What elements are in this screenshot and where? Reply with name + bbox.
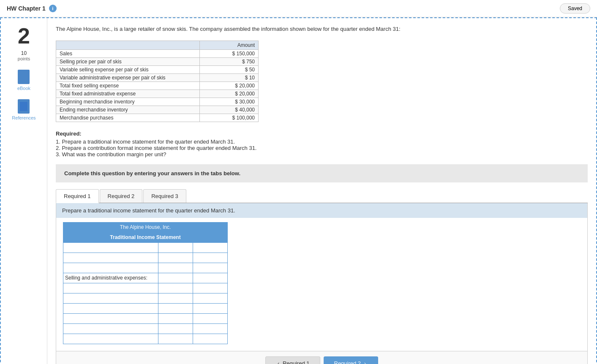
table-row: Sales $ 150,000: [56, 49, 259, 57]
problem-intro: The Alpine House, Inc., is a large retai…: [56, 25, 588, 34]
amount-cell-2: [193, 253, 228, 263]
label-input[interactable]: [65, 285, 156, 291]
amount-input-1[interactable]: [160, 295, 191, 301]
statement-title-header: Traditional Income Statement: [63, 232, 228, 242]
amount-cell-1: [158, 242, 193, 253]
table-row: Merchandise purchases $ 100,000: [56, 114, 259, 122]
amount-cell-1: [158, 253, 193, 263]
amount-cell-1: [158, 313, 193, 323]
amount-input-2[interactable]: [195, 255, 226, 261]
outer-container: 2 10 points eBook References The Alpine …: [0, 17, 597, 364]
required-item-1: 1. Prepare a traditional income statemen…: [56, 139, 588, 145]
label-input[interactable]: [65, 265, 156, 271]
points-label: points: [18, 56, 30, 61]
required-title: Required:: [56, 130, 588, 137]
row-value: $ 150,000: [200, 49, 259, 57]
table-row: [63, 253, 228, 263]
references-button[interactable]: References: [12, 99, 35, 120]
table-row: Beginning merchandise inventory $ 30,000: [56, 98, 259, 106]
row-value: $ 750: [200, 57, 259, 65]
amount-input-1[interactable]: [160, 305, 191, 311]
amount-input-2[interactable]: [195, 315, 226, 321]
tab-required-2[interactable]: Required 2: [100, 189, 143, 203]
table-row: [63, 334, 228, 344]
top-bar: HW Chapter 1 i Saved: [0, 0, 597, 17]
table-row: Ending merchandise inventory $ 40,000: [56, 106, 259, 114]
amount-input-1[interactable]: [160, 285, 191, 291]
row-label: Sales: [56, 49, 200, 57]
label-cell: [63, 263, 158, 273]
amount-input-2[interactable]: [195, 244, 226, 250]
label-input[interactable]: [65, 305, 156, 311]
amount-cell-2: [193, 313, 228, 323]
amount-cell-2: [193, 323, 228, 334]
row-value: $ 20,000: [200, 81, 259, 90]
table-row: Variable selling expense per pair of ski…: [56, 65, 259, 73]
amount-input-1[interactable]: [160, 255, 191, 261]
amount-input-2[interactable]: [195, 265, 226, 271]
next-button[interactable]: Required 2 ›: [324, 356, 379, 364]
company-name-header: The Alpine House, Inc.: [63, 222, 228, 232]
tab-required-3[interactable]: Required 3: [143, 189, 186, 203]
tabs-container: Required 1 Required 2 Required 3: [56, 189, 588, 203]
table-row: [63, 313, 228, 323]
row-label: Variable selling expense per pair of ski…: [56, 65, 200, 73]
row-label: Total fixed administrative expense: [56, 90, 200, 98]
row-label: Beginning merchandise inventory: [56, 98, 200, 106]
row-value: $ 30,000: [200, 98, 259, 106]
label-cell: [63, 283, 158, 293]
income-table-wrapper: The Alpine House, Inc. Traditional Incom…: [56, 218, 587, 351]
table-row: [63, 323, 228, 334]
amount-cell-2: [193, 273, 228, 283]
tab-content: Prepare a traditional income statement f…: [56, 203, 588, 364]
label-input[interactable]: [65, 326, 156, 331]
next-label: Required 2: [334, 360, 361, 364]
table-row: Total fixed selling expense $ 20,000: [56, 81, 259, 90]
selling-admin-label: Selling and administrative expenses:: [63, 273, 158, 283]
income-table: The Alpine House, Inc. Traditional Incom…: [63, 222, 228, 344]
label-cell: [63, 313, 158, 323]
next-arrow: ›: [364, 360, 366, 364]
amount-cell-1: [158, 283, 193, 293]
ebook-button[interactable]: eBook: [17, 70, 30, 91]
amount-input-1[interactable]: [160, 315, 191, 321]
label-cell: [63, 253, 158, 263]
amount-cell-1: [158, 263, 193, 273]
main-layout: 2 10 points eBook References The Alpine …: [1, 18, 596, 364]
table-row: [63, 303, 228, 313]
saved-button[interactable]: Saved: [560, 3, 590, 14]
required-item-3: 3. What was the contribution margin per …: [56, 151, 588, 158]
amount-cell-2: [193, 242, 228, 253]
tab-instruction: Prepare a traditional income statement f…: [56, 203, 587, 218]
table-row: [63, 242, 228, 253]
label-input[interactable]: [65, 255, 156, 261]
row-label: Total fixed selling expense: [56, 81, 200, 90]
amount-cell-2: [193, 303, 228, 313]
table-row: [63, 293, 228, 303]
prev-button[interactable]: ‹ Required 1: [265, 356, 320, 364]
info-icon[interactable]: i: [49, 5, 57, 12]
label-input[interactable]: [65, 295, 156, 301]
row-label: Ending merchandise inventory: [56, 106, 200, 114]
references-label: References: [12, 115, 35, 120]
row-label: Variable administrative expense per pair…: [56, 73, 200, 81]
page-title: HW Chapter 1: [7, 5, 46, 12]
amount-input-1[interactable]: [160, 326, 191, 331]
label-input[interactable]: [65, 315, 156, 321]
table-row: [63, 263, 228, 273]
row-value: $ 20,000: [200, 90, 259, 98]
label-input[interactable]: [65, 244, 156, 250]
table-row: [63, 283, 228, 293]
ebook-label: eBook: [17, 86, 30, 91]
label-cell: [63, 293, 158, 303]
amount-cell-2: [193, 263, 228, 273]
prev-arrow: ‹: [278, 360, 279, 364]
content-area: The Alpine House, Inc., is a large retai…: [47, 18, 596, 364]
table-row: Total fixed administrative expense $ 20,…: [56, 90, 259, 98]
complete-text: Complete this question by entering your …: [64, 170, 240, 177]
tab-required-1[interactable]: Required 1: [56, 189, 99, 203]
amount-header: Amount: [200, 41, 259, 49]
label-input[interactable]: [65, 336, 156, 342]
amount-input-2[interactable]: [195, 336, 226, 342]
amount-input-1[interactable]: [160, 244, 191, 250]
